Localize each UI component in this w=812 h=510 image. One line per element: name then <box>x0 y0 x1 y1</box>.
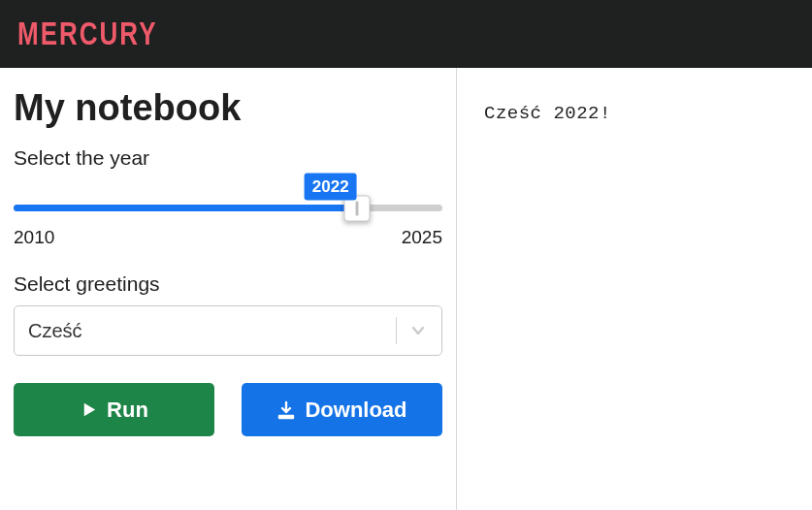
run-button-label: Run <box>107 398 148 423</box>
greetings-value: Cześć <box>28 320 390 342</box>
brand-logo: mercury <box>17 16 157 53</box>
select-separator <box>396 317 397 344</box>
action-buttons: Run Download <box>14 383 442 436</box>
slider-track: 2022 <box>14 205 442 211</box>
svg-rect-0 <box>279 415 293 418</box>
slider-min: 2010 <box>14 227 54 248</box>
app-header: mercury <box>0 0 812 68</box>
output-text: Cześć 2022! <box>484 103 785 124</box>
slider-max: 2025 <box>402 227 442 248</box>
output-panel: Cześć 2022! <box>457 68 812 510</box>
slider-fill <box>14 205 357 211</box>
page-title: My notebook <box>14 87 442 129</box>
download-icon <box>276 400 296 420</box>
slider-thumb[interactable]: 2022 <box>343 195 370 221</box>
chevron-down-icon <box>408 321 428 340</box>
run-button[interactable]: Run <box>14 383 214 436</box>
slider-range-labels: 2010 2025 <box>14 227 442 248</box>
greetings-label: Select greetings <box>14 272 442 296</box>
control-panel: My notebook Select the year 2022 2010 20… <box>0 68 457 510</box>
year-label: Select the year <box>14 146 442 170</box>
main-area: My notebook Select the year 2022 2010 20… <box>0 68 812 510</box>
download-button-label: Download <box>305 398 406 423</box>
play-icon <box>80 400 98 419</box>
greetings-select[interactable]: Cześć <box>14 305 442 356</box>
slider-value-tooltip: 2022 <box>305 173 357 200</box>
year-slider[interactable]: 2022 <box>14 205 442 211</box>
download-button[interactable]: Download <box>242 383 442 436</box>
